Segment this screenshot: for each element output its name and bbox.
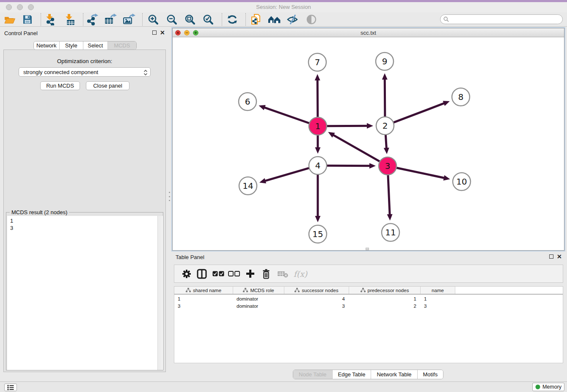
cell-predecessor-nodes[interactable]: 2 [349, 303, 421, 310]
control-panel-float-icon[interactable] [152, 30, 157, 35]
mcds-result-list[interactable]: 1 3 [7, 216, 163, 370]
import-network-icon [44, 14, 56, 25]
table-panel-tabs: Node TableEdge TableNetwork TableMotifs [293, 370, 443, 379]
cell-predecessor-nodes[interactable]: 1 [349, 295, 421, 303]
run-mcds-button[interactable]: Run MCDS [40, 81, 80, 90]
cell-name[interactable]: 1 [421, 295, 455, 303]
memory-button[interactable]: Memory [532, 383, 564, 391]
close-panel-button[interactable]: Close panel [86, 81, 129, 90]
select-all-columns-button[interactable] [211, 265, 226, 282]
apply-function-button[interactable]: f(x) [291, 265, 310, 282]
tab-network-table[interactable]: Network Table [371, 370, 417, 379]
tab-style[interactable]: Style [60, 41, 84, 50]
tab-mcds[interactable]: MCDS [108, 41, 136, 50]
cell-shared-name[interactable]: 1 [174, 295, 233, 303]
houses-icon [267, 14, 281, 25]
tab-motifs[interactable]: Motifs [418, 370, 443, 379]
graph-edge-1-7[interactable] [317, 79, 318, 117]
graph-edge-4-14[interactable] [264, 168, 308, 181]
apply-layout-button[interactable] [225, 14, 239, 25]
criterion-value: strongly connected component [23, 69, 98, 75]
graph-edge-arrowhead [384, 148, 389, 154]
import-table-button[interactable] [62, 14, 77, 25]
graph-edge-1-2[interactable] [327, 126, 368, 126]
zoom-out-icon [166, 14, 177, 25]
graph-edge-2-8[interactable] [394, 103, 445, 122]
column-header-predecessor-nodes[interactable]: predecessor nodes [349, 287, 421, 294]
graph-edge-arrowhead [315, 147, 321, 154]
network-splitter-grip[interactable] [366, 248, 369, 250]
criterion-select[interactable]: strongly connected component [19, 67, 151, 77]
deselect-all-columns-button[interactable] [226, 265, 242, 282]
export-image-button[interactable] [122, 14, 136, 25]
open-session-button[interactable] [3, 14, 17, 25]
cell-name[interactable]: 3 [421, 303, 455, 310]
mcds-result-group: MCDS result (2 nodes) 1 3 [6, 212, 163, 370]
task-history-button[interactable] [4, 384, 17, 391]
zoom-in-button[interactable] [146, 14, 160, 25]
table-row[interactable]: 3dominator323 [174, 303, 455, 310]
cell-successor-nodes[interactable]: 3 [284, 303, 349, 310]
show-all-networks-button[interactable] [267, 14, 281, 25]
zoom-fit-button[interactable] [183, 14, 197, 25]
toggle-panes-button[interactable] [194, 265, 209, 282]
add-column-button[interactable] [242, 265, 258, 282]
control-panel-close-icon[interactable]: ✕ [160, 30, 165, 35]
table-panel-float-icon[interactable] [549, 254, 553, 259]
hide-graphics-details-button[interactable] [285, 14, 300, 25]
export-network-button[interactable] [85, 14, 99, 25]
graph-edge-4-3[interactable] [327, 166, 371, 166]
table-row[interactable]: 1dominator411 [174, 295, 455, 303]
graph-edge-2-9[interactable] [385, 78, 385, 116]
tab-network[interactable]: Network [34, 41, 60, 50]
graph-node-label-8: 8 [458, 92, 464, 102]
delete-table-button[interactable] [275, 265, 290, 282]
graph-edge-3-1[interactable] [333, 135, 380, 161]
table-panel-close-icon[interactable]: ✕ [557, 254, 562, 259]
tab-edge-table[interactable]: Edge Table [333, 370, 372, 379]
graph-edge-arrowhead [259, 105, 265, 110]
tab-select[interactable]: Select [83, 41, 108, 50]
graph-edge-3-10[interactable] [397, 168, 445, 178]
control-panel-title: Control Panel [4, 30, 38, 36]
network-window-titlebar[interactable]: scc.txt [173, 28, 564, 37]
app-titlebar: Session: New Session [0, 2, 567, 12]
eye-icon [306, 14, 317, 25]
zoom-out-button[interactable] [165, 14, 179, 25]
graph-edge-arrowhead [315, 74, 320, 80]
show-graphics-details-button[interactable] [304, 14, 319, 25]
cell-mcds-role[interactable]: dominator [233, 303, 284, 310]
graph-edge-arrowhead [382, 73, 388, 80]
panel-splitter[interactable] [168, 192, 171, 201]
zoom-selected-button[interactable] [201, 14, 215, 25]
column-type-icon [186, 288, 191, 293]
delete-column-button[interactable] [259, 265, 273, 282]
cell-mcds-role[interactable]: dominator [233, 295, 284, 303]
status-bar: Memory [0, 381, 567, 392]
column-header-mcds-role[interactable]: MCDS role [233, 287, 284, 294]
duplicate-network-button[interactable] [249, 14, 263, 25]
cell-shared-name[interactable]: 3 [174, 303, 233, 310]
import-network-button[interactable] [43, 14, 57, 25]
cell-successor-nodes[interactable]: 4 [284, 295, 349, 303]
graph-edge-2-3[interactable] [385, 135, 386, 149]
mcds-result-scrollbar[interactable] [157, 216, 162, 370]
column-header-name[interactable]: name [421, 287, 455, 294]
table-settings-button[interactable] [179, 265, 194, 282]
node-table: shared nameMCDS rolesuccessor nodesprede… [174, 286, 563, 363]
export-table-button[interactable] [103, 14, 118, 25]
column-header-successor-nodes[interactable]: successor nodes [284, 287, 349, 294]
main-toolbar [0, 12, 567, 27]
tab-node-table[interactable]: Node Table [293, 370, 333, 379]
graph-edge-1-6[interactable] [264, 107, 309, 123]
column-header-shared-name[interactable]: shared name [174, 287, 233, 294]
eye-slash-icon [286, 14, 298, 25]
search-input[interactable] [440, 14, 563, 24]
graph-edge-3-11[interactable] [388, 175, 390, 215]
save-session-button[interactable] [20, 14, 35, 25]
split-pane-icon [197, 269, 207, 279]
table-toolbar: f(x) [174, 265, 563, 283]
checked-boxes-icon [212, 271, 224, 276]
column-type-icon [295, 288, 300, 293]
network-canvas[interactable]: 7968124314101511 [173, 37, 564, 250]
